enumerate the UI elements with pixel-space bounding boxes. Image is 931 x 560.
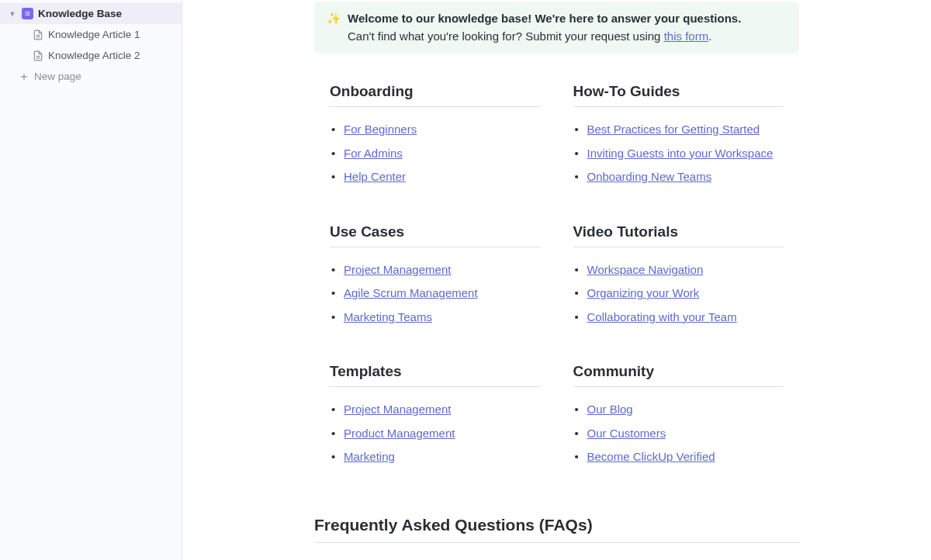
category-link[interactable]: Workspace Navigation xyxy=(587,263,704,276)
category-community: Community Our Blog Our Customers Become … xyxy=(573,363,784,469)
sidebar-item-knowledge-base[interactable]: ▼ Knowledge Base xyxy=(0,3,182,24)
welcome-form-link[interactable]: this form xyxy=(664,29,709,43)
welcome-text: Welcome to our knowledge base! We're her… xyxy=(348,10,741,45)
category-link[interactable]: Inviting Guests into your Workspace xyxy=(587,147,774,160)
category-use-cases: Use Cases Project Management Agile Scrum… xyxy=(330,223,541,330)
category-link[interactable]: Onboarding New Teams xyxy=(587,170,712,183)
sidebar-root-label: Knowledge Base xyxy=(38,8,122,19)
category-link[interactable]: Help Center xyxy=(344,170,406,183)
category-how-to-guides: How-To Guides Best Practices for Getting… xyxy=(573,83,784,189)
welcome-subtext-suffix: . xyxy=(708,29,711,43)
category-link[interactable]: Our Customers xyxy=(587,427,666,440)
document-icon xyxy=(33,50,43,61)
faq-title: Frequently Asked Questions (FAQs) xyxy=(314,516,799,543)
main-content: ✨ Welcome to our knowledge base! We're h… xyxy=(182,0,931,560)
category-link[interactable]: Product Management xyxy=(344,427,455,440)
category-link[interactable]: Become ClickUp Verified xyxy=(587,450,715,463)
category-link[interactable]: For Admins xyxy=(344,147,403,160)
category-title: Video Tutorials xyxy=(573,223,784,247)
category-title: Templates xyxy=(330,363,541,387)
plus-icon xyxy=(19,71,29,82)
category-title: Onboarding xyxy=(330,83,541,107)
sidebar-item-label: Knowledge Article 1 xyxy=(48,29,140,40)
category-video-tutorials: Video Tutorials Workspace Navigation Org… xyxy=(573,223,784,330)
knowledge-base-icon xyxy=(22,8,33,19)
category-link[interactable]: For Beginners xyxy=(344,123,417,136)
sidebar-new-page[interactable]: New page xyxy=(0,66,182,87)
sparkle-icon: ✨ xyxy=(327,10,341,45)
category-title: Community xyxy=(573,363,784,387)
welcome-banner: ✨ Welcome to our knowledge base! We're h… xyxy=(314,2,799,54)
category-link[interactable]: Our Blog xyxy=(587,403,633,416)
faq-item[interactable]: Question xyxy=(314,554,799,561)
category-link[interactable]: Marketing xyxy=(344,450,395,463)
sidebar-item-article-1[interactable]: Knowledge Article 1 xyxy=(0,24,182,45)
welcome-subtext-prefix: Can't find what you're looking for? Subm… xyxy=(348,29,664,43)
category-link[interactable]: Project Management xyxy=(344,403,451,416)
category-link[interactable]: Collaborating with your Team xyxy=(587,310,737,323)
faq-section: Frequently Asked Questions (FAQs) Questi… xyxy=(314,516,799,561)
welcome-bold: Welcome to our knowledge base! We're her… xyxy=(348,12,741,25)
document-icon xyxy=(33,29,43,40)
sidebar-item-article-2[interactable]: Knowledge Article 2 xyxy=(0,45,182,66)
chevron-down-icon[interactable]: ▼ xyxy=(8,9,17,19)
categories-grid: Onboarding For Beginners For Admins Help… xyxy=(314,83,799,469)
new-page-label: New page xyxy=(34,71,81,82)
category-link[interactable]: Best Practices for Getting Started xyxy=(587,123,760,136)
faq-question-label: Question xyxy=(331,558,382,561)
category-link[interactable]: Project Management xyxy=(344,263,451,276)
category-title: How-To Guides xyxy=(573,83,784,107)
category-onboarding: Onboarding For Beginners For Admins Help… xyxy=(330,83,541,189)
sidebar-item-label: Knowledge Article 2 xyxy=(48,50,140,61)
category-title: Use Cases xyxy=(330,223,541,247)
category-link[interactable]: Organizing your Work xyxy=(587,286,700,299)
category-templates: Templates Project Management Product Man… xyxy=(330,363,541,469)
category-link[interactable]: Marketing Teams xyxy=(344,310,432,323)
sidebar: ▼ Knowledge Base Knowledge Article 1 Kno… xyxy=(0,0,182,560)
category-link[interactable]: Agile Scrum Management xyxy=(344,286,478,299)
